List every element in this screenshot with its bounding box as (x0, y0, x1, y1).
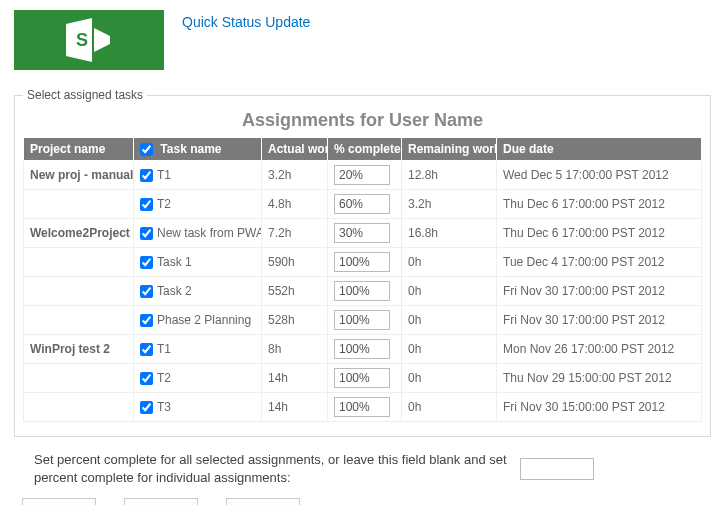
table-row: T314h0hFri Nov 30 15:00:00 PST 2012 (24, 393, 702, 422)
table-row: Phase 2 Planning528h0hFri Nov 30 17:00:0… (24, 306, 702, 335)
refresh-button[interactable]: Refresh (124, 498, 198, 505)
percent-complete-input[interactable] (334, 165, 390, 185)
actual-work-cell: 7.2h (262, 219, 328, 248)
task-name-cell: T1 (134, 335, 262, 364)
due-date-cell: Thu Nov 29 15:00:00 PST 2012 (497, 364, 702, 393)
fieldset-legend: Select assigned tasks (23, 88, 147, 102)
task-name-label: T1 (157, 342, 171, 356)
task-name-cell: New task from PWA (134, 219, 262, 248)
percent-complete-cell (328, 248, 402, 277)
col-header-percent: % complete (328, 138, 402, 161)
due-date-cell: Fri Nov 30 17:00:00 PST 2012 (497, 306, 702, 335)
actual-work-cell: 3.2h (262, 161, 328, 190)
remaining-work-cell: 0h (402, 364, 497, 393)
bulk-percent-input[interactable] (520, 458, 594, 480)
percent-complete-input[interactable] (334, 194, 390, 214)
actual-work-cell: 14h (262, 393, 328, 422)
due-date-cell: Thu Dec 6 17:00:00 PST 2012 (497, 190, 702, 219)
due-date-cell: Wed Dec 5 17:00:00 PST 2012 (497, 161, 702, 190)
table-header-row: Project name Task name Actual work % com… (24, 138, 702, 161)
percent-complete-input[interactable] (334, 397, 390, 417)
remaining-work-cell: 0h (402, 306, 497, 335)
task-checkbox[interactable] (140, 285, 153, 298)
table-row: Welcome2ProjectNew task from PWA7.2h16.8… (24, 219, 702, 248)
task-checkbox[interactable] (140, 169, 153, 182)
percent-complete-cell (328, 277, 402, 306)
table-row: Task 1590h0hTue Dec 4 17:00:00 PST 2012 (24, 248, 702, 277)
assignments-title: Assignments for User Name (23, 110, 702, 131)
project-name-cell: Welcome2Project (24, 219, 134, 248)
project-name-cell (24, 306, 134, 335)
percent-complete-input[interactable] (334, 310, 390, 330)
task-name-label: T3 (157, 400, 171, 414)
task-name-cell: T1 (134, 161, 262, 190)
percent-complete-cell (328, 161, 402, 190)
update-button[interactable]: Update (22, 498, 96, 505)
remaining-work-cell: 3.2h (402, 190, 497, 219)
task-name-label: New task from PWA (157, 226, 262, 240)
due-date-cell: Mon Nov 26 17:00:00 PST 2012 (497, 335, 702, 364)
due-date-cell: Thu Dec 6 17:00:00 PST 2012 (497, 219, 702, 248)
assigned-tasks-fieldset: Select assigned tasks Assignments for Us… (14, 88, 711, 437)
col-header-task: Task name (134, 138, 262, 161)
table-row: Task 2552h0hFri Nov 30 17:00:00 PST 2012 (24, 277, 702, 306)
actual-work-cell: 8h (262, 335, 328, 364)
remaining-work-cell: 0h (402, 248, 497, 277)
col-header-project: Project name (24, 138, 134, 161)
task-name-label: Phase 2 Planning (157, 313, 251, 327)
project-name-cell (24, 277, 134, 306)
percent-complete-cell (328, 306, 402, 335)
task-name-label: Task 1 (157, 255, 192, 269)
percent-complete-cell (328, 393, 402, 422)
due-date-cell: Fri Nov 30 17:00:00 PST 2012 (497, 277, 702, 306)
col-header-remaining: Remaining work (402, 138, 497, 161)
remaining-work-cell: 0h (402, 393, 497, 422)
task-name-cell: T2 (134, 190, 262, 219)
percent-complete-input[interactable] (334, 368, 390, 388)
remaining-work-cell: 12.8h (402, 161, 497, 190)
project-name-cell (24, 190, 134, 219)
percent-complete-input[interactable] (334, 252, 390, 272)
task-checkbox[interactable] (140, 198, 153, 211)
task-checkbox[interactable] (140, 372, 153, 385)
percent-complete-input[interactable] (334, 281, 390, 301)
task-name-cell: T2 (134, 364, 262, 393)
select-all-checkbox[interactable] (140, 143, 153, 156)
actual-work-cell: 14h (262, 364, 328, 393)
task-checkbox[interactable] (140, 256, 153, 269)
actual-work-cell: 552h (262, 277, 328, 306)
actual-work-cell: 4.8h (262, 190, 328, 219)
task-checkbox[interactable] (140, 343, 153, 356)
quick-status-update-link[interactable]: Quick Status Update (182, 14, 310, 30)
task-name-label: T2 (157, 197, 171, 211)
actual-work-cell: 528h (262, 306, 328, 335)
task-checkbox[interactable] (140, 401, 153, 414)
sharepoint-logo-tile: S (14, 10, 164, 70)
due-date-cell: Fri Nov 30 15:00:00 PST 2012 (497, 393, 702, 422)
project-name-cell (24, 393, 134, 422)
col-header-actual: Actual work (262, 138, 328, 161)
project-name-cell (24, 364, 134, 393)
col-header-due: Due date (497, 138, 702, 161)
project-name-cell: WinProj test 2 (24, 335, 134, 364)
percent-complete-input[interactable] (334, 339, 390, 359)
task-name-label: T2 (157, 371, 171, 385)
remaining-work-cell: 0h (402, 277, 497, 306)
remaining-work-cell: 16.8h (402, 219, 497, 248)
bulk-percent-label: Set percent complete for all selected as… (34, 451, 510, 486)
task-name-label: Task 2 (157, 284, 192, 298)
task-name-cell: Task 1 (134, 248, 262, 277)
table-row: WinProj test 2T18h0hMon Nov 26 17:00:00 … (24, 335, 702, 364)
task-checkbox[interactable] (140, 314, 153, 327)
assignments-table: Project name Task name Actual work % com… (23, 137, 702, 422)
svg-marker-2 (94, 28, 110, 52)
table-row: New proj - manualT13.2h12.8hWed Dec 5 17… (24, 161, 702, 190)
task-checkbox[interactable] (140, 227, 153, 240)
task-name-cell: Task 2 (134, 277, 262, 306)
col-header-task-label: Task name (160, 142, 221, 156)
percent-complete-input[interactable] (334, 223, 390, 243)
percent-complete-cell (328, 364, 402, 393)
project-name-cell: New proj - manual (24, 161, 134, 190)
project-name-cell (24, 248, 134, 277)
exit-button[interactable]: Exit (226, 498, 300, 505)
